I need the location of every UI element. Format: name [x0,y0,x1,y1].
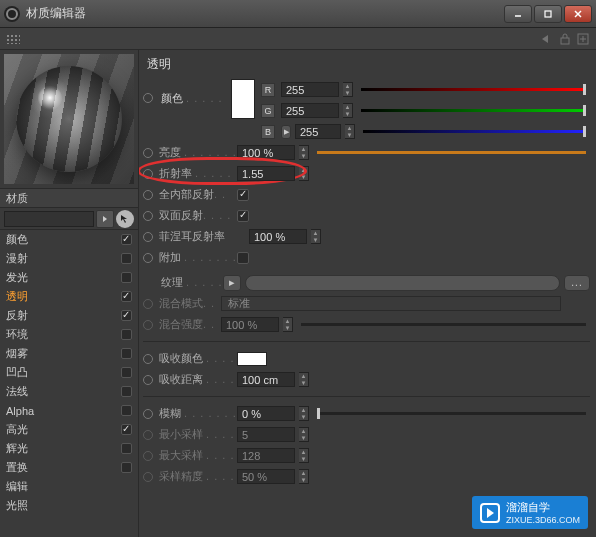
fresnel-spinner[interactable]: ▲▼ [311,229,321,244]
brightness-value[interactable]: 100 % [237,145,295,160]
radio-tir[interactable] [143,190,153,200]
minsamples-value[interactable]: 5 [237,427,295,442]
refraction-spinner[interactable]: ▲▼ [299,166,309,181]
svg-rect-4 [561,38,569,44]
back-icon[interactable] [540,32,554,46]
r-slider[interactable] [361,88,586,91]
g-spinner[interactable]: ▲▼ [343,103,353,118]
channel-displacement[interactable]: 置换 [0,458,138,477]
lock-icon[interactable] [558,32,572,46]
radio-refraction[interactable] [143,169,153,179]
blendstrength-slider[interactable] [301,323,586,326]
channel-checkbox[interactable] [121,405,132,416]
radio-blendmode[interactable] [143,299,153,309]
b-label[interactable]: B [261,125,275,139]
label-blendmode: 混合模式 [159,297,203,309]
channel-checkbox[interactable] [121,348,132,359]
new-icon[interactable] [576,32,590,46]
channel-checkbox[interactable] [121,310,132,321]
radio-absorbdist[interactable] [143,375,153,385]
texture-field[interactable] [245,275,560,291]
channel-bump[interactable]: 凹凸 [0,363,138,382]
blendstrength-spinner[interactable]: ▲▼ [283,317,293,332]
texture-arrow-button[interactable]: ▸ [223,275,241,291]
b-dropdown[interactable]: ▶ [281,125,291,139]
material-name[interactable]: 材质 [6,191,28,206]
channel-fog[interactable]: 烟雾 [0,344,138,363]
channel-checkbox[interactable] [121,234,132,245]
texture-browse-button[interactable]: ... [564,275,590,291]
blendmode-dropdown[interactable]: 标准 [221,296,561,311]
radio-fresnel[interactable] [143,232,153,242]
blendstrength-value[interactable]: 100 % [221,317,279,332]
channel-checkbox[interactable] [121,272,132,283]
channel-checkbox[interactable] [121,367,132,378]
minimize-button[interactable] [504,5,532,23]
radio-doublesided[interactable] [143,211,153,221]
radio-blur[interactable] [143,409,153,419]
channel-alpha[interactable]: Alpha [0,401,138,420]
absorbdist-spinner[interactable]: ▲▼ [299,372,309,387]
channel-diffuse[interactable]: 漫射 [0,249,138,268]
tir-checkbox[interactable] [237,189,249,201]
channel-reflection[interactable]: 反射 [0,306,138,325]
channel-checkbox[interactable] [121,462,132,473]
b-slider[interactable] [363,130,586,133]
channel-checkbox[interactable] [121,424,132,435]
radio-brightness[interactable] [143,148,153,158]
channel-environment[interactable]: 环境 [0,325,138,344]
channel-normal[interactable]: 法线 [0,382,138,401]
blur-value[interactable]: 0 % [237,406,295,421]
g-slider[interactable] [361,109,586,112]
g-value[interactable]: 255 [281,103,339,118]
channel-editor[interactable]: 编辑 [0,477,138,496]
channel-list: 颜色漫射发光透明反射环境烟雾凹凸法线Alpha高光辉光置换编辑光照 [0,230,138,537]
picker-icon[interactable] [116,210,134,228]
channel-checkbox[interactable] [121,443,132,454]
accuracy-value[interactable]: 50 % [237,469,295,484]
channel-checkbox[interactable] [121,386,132,397]
radio-absorbcolor[interactable] [143,354,153,364]
channel-specular[interactable]: 高光 [0,420,138,439]
blur-slider[interactable] [317,412,586,415]
nav-field[interactable] [4,211,94,227]
radio-blendstrength[interactable] [143,320,153,330]
channel-luminance[interactable]: 发光 [0,268,138,287]
radio-accuracy[interactable] [143,472,153,482]
fresnel-value[interactable]: 100 % [249,229,307,244]
nav-next-button[interactable] [96,210,114,228]
channel-glow[interactable]: 辉光 [0,439,138,458]
doublesided-checkbox[interactable] [237,210,249,222]
channel-checkbox[interactable] [121,253,132,264]
material-preview[interactable] [4,54,134,184]
brightness-slider[interactable] [317,151,586,154]
channel-checkbox[interactable] [121,329,132,340]
radio-color[interactable] [143,93,153,103]
blur-spinner[interactable]: ▲▼ [299,406,309,421]
color-swatch[interactable] [231,79,255,119]
brightness-spinner[interactable]: ▲▼ [299,145,309,160]
radio-additive[interactable] [143,253,153,263]
b-spinner[interactable]: ▲▼ [345,124,355,139]
accuracy-spinner[interactable]: ▲▼ [299,469,309,484]
r-value[interactable]: 255 [281,82,339,97]
absorbdist-value[interactable]: 100 cm [237,372,295,387]
channel-illumination[interactable]: 光照 [0,496,138,515]
additive-checkbox[interactable] [237,252,249,264]
minsamples-spinner[interactable]: ▲▼ [299,427,309,442]
channel-transparency[interactable]: 透明 [0,287,138,306]
r-spinner[interactable]: ▲▼ [343,82,353,97]
absorbcolor-swatch[interactable] [237,352,267,366]
maxsamples-value[interactable]: 128 [237,448,295,463]
close-button[interactable] [564,5,592,23]
b-value[interactable]: 255 [295,124,341,139]
radio-maxsamples[interactable] [143,451,153,461]
maxsamples-spinner[interactable]: ▲▼ [299,448,309,463]
refraction-value[interactable]: 1.55 [237,166,295,181]
g-label[interactable]: G [261,104,275,118]
channel-checkbox[interactable] [121,291,132,302]
maximize-button[interactable] [534,5,562,23]
radio-minsamples[interactable] [143,430,153,440]
channel-color[interactable]: 颜色 [0,230,138,249]
r-label[interactable]: R [261,83,275,97]
